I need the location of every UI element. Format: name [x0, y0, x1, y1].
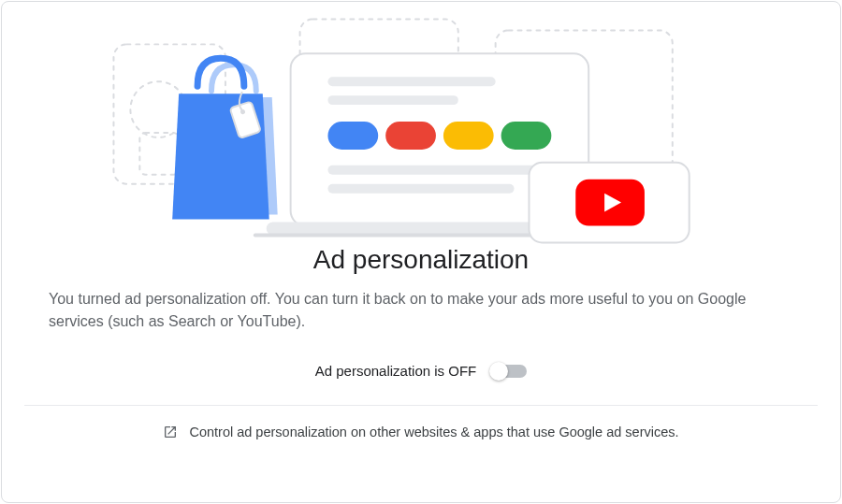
- toggle-knob-icon: [489, 362, 508, 381]
- ad-personalization-card: Ad personalization You turned ad persona…: [1, 1, 841, 503]
- content-area: Ad personalization You turned ad persona…: [2, 245, 840, 405]
- open-in-new-icon: [163, 425, 178, 439]
- svg-rect-15: [327, 184, 514, 194]
- svg-rect-8: [327, 77, 495, 86]
- ad-personalization-toggle[interactable]: [491, 365, 527, 378]
- external-settings-link-text: Control ad personalization on other webs…: [189, 425, 678, 439]
- page-title: Ad personalization: [49, 245, 793, 275]
- svg-rect-12: [443, 122, 494, 150]
- toggle-label: Ad personalization is OFF: [315, 363, 477, 379]
- page-description: You turned ad personalization off. You c…: [49, 288, 793, 333]
- svg-rect-10: [327, 122, 378, 150]
- svg-rect-11: [385, 122, 436, 150]
- svg-rect-13: [501, 122, 552, 150]
- svg-rect-9: [327, 95, 457, 105]
- devices-illustration-icon: [2, 2, 840, 245]
- toggle-row: Ad personalization is OFF: [49, 363, 793, 379]
- svg-rect-4: [139, 133, 179, 175]
- external-settings-link[interactable]: Control ad personalization on other webs…: [2, 406, 840, 458]
- svg-rect-14: [327, 166, 551, 175]
- hero-illustration: [2, 2, 840, 245]
